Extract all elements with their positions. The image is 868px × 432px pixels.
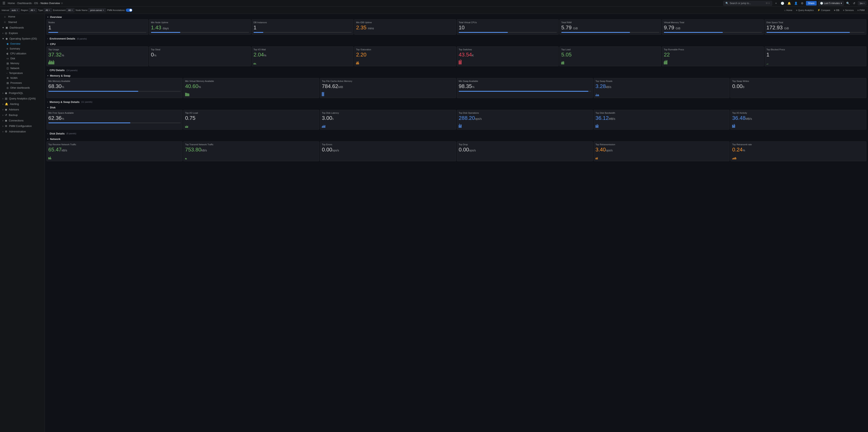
sidebar-group-advisors[interactable]: › ◉ Advisors [0,107,45,112]
star-icon: ☆ [3,21,6,24]
vmem-chart [185,91,317,96]
top-steal-title: Top Steal [151,48,249,51]
sidebar-sub-disk[interactable]: ▭ Disk [2,56,45,61]
alert-button[interactable]: 🔔 [786,1,792,6]
breadcrumb-dashboards[interactable]: Dashboards [17,2,32,5]
refresh-button[interactable]: ↺ [852,1,856,6]
time-range-picker[interactable]: 🕐 Last 5 minutes ▾ [818,1,844,6]
panel-top-io-wait: Top I/O Wait 2.04% [252,46,353,66]
unit: % [154,54,156,57]
section-memory-details-header[interactable]: › Memory & Swap Details (11 panels) [45,99,868,104]
sidebar-group-alerting[interactable]: › 🔔 Alerting [0,101,45,107]
unit: s [332,117,334,121]
breadcrumb-home[interactable]: Home [8,2,15,5]
expand-icon: › [2,97,3,100]
section-disk-details-header[interactable]: › Disk Details (8 panels) [45,130,868,136]
top-blk-value: 1 [767,52,865,58]
search-bar[interactable]: 🔍 Search or jump to... ⌘+k [723,1,772,6]
top-sat-title: Top !Saturation [356,48,454,51]
panel-disk-value: 172.93 GiB [767,25,865,31]
share-button[interactable]: Share [806,1,816,5]
add-button[interactable]: ＋ [774,1,778,6]
sidebar-sub-overview[interactable]: ◉ Overview [2,41,45,46]
sidebar-group-dashboards[interactable]: ▾ ▣ Dashboards [0,25,45,30]
sidebar-sub-memory[interactable]: ▤ Memory [2,61,45,66]
refresh-interval-select[interactable]: 1m ▾ [858,1,866,5]
nav-home[interactable]: ⌂ Home [782,8,794,12]
pmm-annotations-toggle[interactable] [126,8,132,12]
backup-icon: ↺ [5,113,7,117]
zoom-out-button[interactable]: 🔍 [845,1,850,6]
query-analytics-icon: ≡ [796,9,797,11]
retransmit-rate-title: Top Retransmit rate [732,143,865,146]
sidebar-group-administration[interactable]: › ⚙ Administration [0,129,45,134]
sidebar-item-home[interactable]: ⌂ Home [0,14,45,19]
nav-pmm[interactable]: ≡ PMM [856,8,866,12]
nav-compare-label: Compare [821,9,830,11]
sidebar-sub-other[interactable]: ◎ Other dashboards [2,86,45,90]
breadcrumb-star[interactable]: ☆ [61,2,63,5]
section-env-header[interactable]: › Environment Details (6 panels) [45,35,868,41]
panel-uptime-title: Min Node Uptime [151,21,249,24]
retrans-value: 3.40ops/s [595,146,728,153]
region-select[interactable]: All ▾ [29,8,37,12]
dashboards-icon: ▣ [5,26,8,29]
summary-icon: ≡ [6,47,8,50]
swap-reads-value: 3.28kB/s [595,83,728,90]
node-name-select[interactable]: pmm-server ▾ [88,8,106,12]
sidebar-item-starred[interactable]: ☆ Starred [0,19,45,25]
collapse-icon: ▾ [47,74,48,77]
type-select[interactable]: All ▾ [44,8,52,12]
section-cpu-details-header[interactable]: › CPU Details (14 panels) [45,67,868,72]
panel-disk-bw: Top Disk Bandwidth 36.12MB/s [594,110,730,130]
numa-icon: ⚙ [6,77,9,79]
sidebar-group-backup[interactable]: › ↺ Backup [0,112,45,118]
environment-select[interactable]: All ▾ [66,8,74,12]
sidebar-group-postgresql[interactable]: › ◉ PostgreSQL [0,90,45,96]
sidebar-group-explore[interactable]: › ◎ Explore [0,30,45,36]
nav-home-label: Home [786,9,792,11]
sidebar-sub-network[interactable]: ◫ Network [2,66,45,71]
nav-query-analytics[interactable]: ≡ Query Analytics [795,8,815,12]
memory-icon: ▤ [6,62,9,65]
nav-os[interactable]: ≡ OS [832,8,841,12]
breadcrumb-os[interactable]: OS [34,2,38,5]
settings-button[interactable]: ⚙ [800,1,804,6]
rx-title: Top Receive Network Traffic [48,143,181,146]
sidebar-group-os[interactable]: ▾ ◉ Operating System (OS) [0,36,45,41]
collapse-icon: ▾ [47,106,48,109]
sidebar-sub-numa[interactable]: ⚙ NUMA [2,76,45,80]
sidebar-sub-temperature[interactable]: ◦ Temperature [2,71,45,76]
pmm-annotations-label: PMM Annotations [107,9,125,11]
sidebar-group-pmm-config[interactable]: › ⚙ PMM Configuration [0,123,45,129]
clock-button[interactable]: 🕐 [780,1,785,6]
user-button[interactable]: 👤 [793,1,799,6]
unit: % [743,149,745,152]
search-icon: 🔍 [725,2,728,5]
unit: ops/s [606,149,613,152]
section-memory-header[interactable]: ▾ Memory & Swap [45,72,868,78]
sidebar: ⌂ Home ☆ Starred ▾ ▣ Dashboards › ◎ Expl… [0,14,45,432]
sidebar-sub-cpu[interactable]: ◐ CPU utilization [2,51,45,56]
hamburger-button[interactable]: ☰ [2,0,6,6]
blk-chart [767,59,865,64]
disk-ops-chart [459,122,591,128]
panel-db-title: DB Instances [253,21,351,24]
section-overview-header[interactable]: ▾ Overview [45,14,868,19]
section-cpu-header[interactable]: ▾ CPU [45,41,868,46]
sidebar-group-qan[interactable]: › ▤ Query Analytics (QAN) [0,96,45,101]
nav-services[interactable]: ≡ Services [841,8,855,12]
io-activity-value: 36.48MB/s [732,115,865,121]
section-network-header[interactable]: ▾ Network [45,136,868,141]
nav-compare[interactable]: ⚡ Compare [816,8,832,12]
sidebar-sub-processes[interactable]: ▤ Processes [2,80,45,86]
panel-retransmission: Top Retransmission 3.40ops/s [594,141,730,161]
unit: % [472,86,474,89]
sw-chart [459,59,557,64]
sidebar-sub-summary[interactable]: ≡ Summary [2,46,45,51]
disk-unit: GiB [784,27,789,30]
interval-select[interactable]: auto ▾ [10,8,20,12]
section-disk-header[interactable]: ▾ Disk [45,104,868,110]
sidebar-group-connections[interactable]: › ◉ Connections [0,118,45,123]
panel-swap-writes: Top Swap Writes 0.00B [730,78,866,98]
